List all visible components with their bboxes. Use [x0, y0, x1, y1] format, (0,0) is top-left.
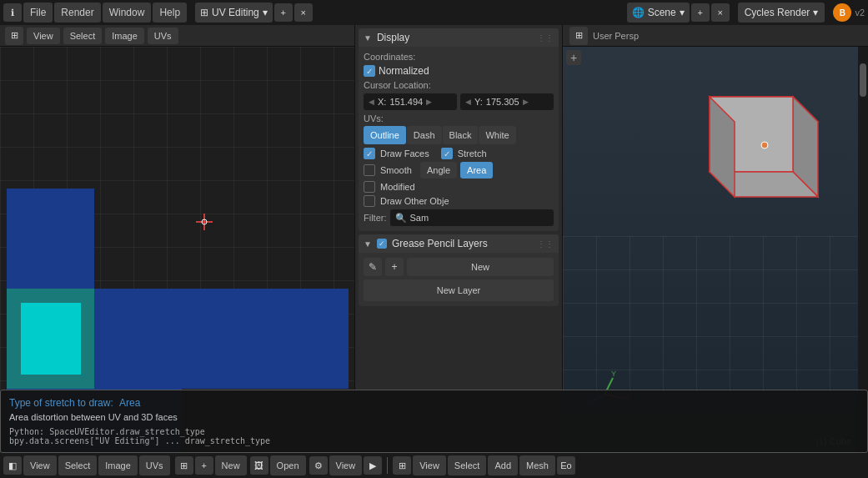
window-menu[interactable]: Window	[103, 3, 152, 23]
tooltip-title: Type of stretch to draw: Area	[355, 397, 562, 409]
bottom-view-btn[interactable]: View	[23, 455, 57, 475]
draw-faces-label: Draw Faces	[380, 148, 429, 158]
close-area-icon[interactable]: ×	[294, 3, 313, 22]
file-menu[interactable]: File	[23, 3, 53, 23]
info-icon[interactable]: ℹ	[3, 3, 22, 22]
bottom-vp-select-btn[interactable]: Select	[448, 455, 487, 475]
uv-image-menu[interactable]: Image	[105, 28, 144, 44]
plus-area-icon[interactable]: +	[274, 3, 293, 22]
draw-faces-checkbox[interactable]: ✓	[364, 148, 375, 159]
bottom-settings-icon[interactable]: ⚙	[309, 456, 328, 475]
bottom-editor-icon[interactable]: ◧	[3, 456, 22, 475]
display-section-header[interactable]: ▼ Display ⋮⋮	[359, 28, 559, 47]
render-engine-label: Cycles Render	[745, 7, 810, 18]
tooltip-box: Type of stretch to draw: Area Area disto…	[355, 390, 562, 453]
modified-checkbox[interactable]	[364, 181, 375, 193]
uv-select-menu[interactable]: Select	[63, 28, 103, 44]
main-layout: ⊞ View Select Image UVs	[0, 25, 868, 453]
gp-new-layer-btn[interactable]: New Layer	[364, 279, 554, 301]
bottom-arrow-icon[interactable]: ▶	[364, 456, 382, 475]
bottom-right-section: ⊞ View Select Add Mesh Eo	[393, 455, 575, 475]
scene-label: Scene	[648, 7, 676, 18]
bottom-view-section: ⚙ View ▶	[309, 455, 383, 475]
area-btn[interactable]: Area	[460, 162, 493, 179]
gp-drag-icon: ⋮⋮	[537, 239, 554, 249]
cursor-location-row: Cursor Location:	[364, 80, 554, 90]
bottom-view2-btn[interactable]: View	[329, 455, 363, 475]
smooth-row: Smooth Angle Area	[364, 162, 554, 179]
bottom-image-btn[interactable]: Image	[98, 455, 138, 475]
drag-icon: ⋮⋮	[537, 33, 554, 43]
normalized-checkbox[interactable]: ✓	[364, 65, 375, 77]
bottom-vp-view-btn[interactable]: View	[413, 455, 446, 475]
uv-square-mid-right	[182, 289, 269, 389]
coordinates-label: Coordinates:	[364, 52, 430, 62]
uv-square-mid-left-inner	[21, 303, 81, 375]
tab-outline[interactable]: Outline	[364, 126, 406, 144]
bottom-uvs-btn[interactable]: UVs	[139, 455, 170, 475]
viewport-header: ⊞ User Persp	[563, 25, 868, 47]
bottom-bar: ◧ View Select Image UVs ⊞ + New 🖼 Open ⚙…	[0, 453, 868, 478]
gp-add-btn[interactable]: +	[385, 258, 404, 276]
chevron-icon: ▾	[263, 7, 268, 18]
grease-pencil-header[interactable]: ▼ ✓ Grease Pencil Layers ⋮⋮	[359, 234, 559, 253]
gp-collapse-icon: ▼	[364, 239, 372, 249]
close-scene-icon[interactable]: ×	[711, 3, 730, 22]
draw-other-checkbox[interactable]	[364, 195, 375, 207]
uv-uvs-menu[interactable]: UVs	[148, 28, 178, 44]
tab-white[interactable]: White	[479, 126, 515, 144]
bottom-open-icon[interactable]: 🖼	[250, 456, 268, 475]
filter-value: Sam	[410, 213, 429, 223]
gp-new-btn[interactable]: New	[407, 258, 554, 276]
tab-black[interactable]: Black	[443, 126, 479, 144]
bottom-vp-mesh-btn[interactable]: Mesh	[519, 455, 555, 475]
props-scroll[interactable]: ▼ Display ⋮⋮ Coordinates: ✓ Normalized	[355, 25, 562, 453]
tab-dash[interactable]: Dash	[407, 126, 442, 144]
y-right-arrow: ▶	[523, 98, 529, 106]
modified-label: Modified	[380, 182, 415, 192]
x-field[interactable]: ◀ X: 151.494 ▶	[364, 93, 457, 110]
filter-icon: 🔍	[395, 213, 407, 224]
stretch-checkbox[interactable]: ✓	[441, 148, 453, 159]
scene-selector[interactable]: 🌐 Scene ▾	[627, 3, 690, 23]
bottom-vp-end-icon[interactable]: Eo	[557, 456, 575, 475]
gp-enable-checkbox[interactable]: ✓	[377, 239, 387, 249]
scrollbar-thumb	[860, 63, 866, 97]
smooth-checkbox[interactable]	[364, 164, 375, 176]
gp-pencil-btn[interactable]: ✎	[364, 258, 382, 276]
uv-square-top-left	[7, 189, 94, 289]
y-field[interactable]: ◀ Y: 175.305 ▶	[460, 93, 554, 110]
collapse-icon: ▼	[364, 33, 372, 43]
tooltip-python-code: Python: SpaceUVEditor.draw_stretch_type	[355, 427, 562, 436]
help-menu[interactable]: Help	[153, 3, 187, 23]
plus-scene-icon[interactable]: +	[691, 3, 710, 22]
bottom-new-btn[interactable]: New	[215, 455, 247, 475]
stretch-label: Stretch	[458, 148, 487, 158]
viewport-plus-icon[interactable]: +	[566, 50, 581, 65]
modified-row: Modified	[364, 181, 554, 193]
uv-editor-type-icon[interactable]: ⊞	[5, 27, 23, 45]
bottom-plus-icon[interactable]: +	[195, 456, 213, 475]
viewport-type-icon[interactable]: ⊞	[569, 27, 588, 45]
render-engine-selector[interactable]: Cycles Render ▾	[738, 3, 825, 23]
uv-view-menu[interactable]: View	[27, 28, 60, 44]
bottom-open-btn[interactable]: Open	[270, 455, 306, 475]
draw-other-row: Draw Other Obje	[364, 195, 554, 207]
top-bar: ℹ File Render Window Help ⊞ UV Editing ▾…	[0, 0, 868, 25]
bottom-vp-icon[interactable]: ⊞	[393, 456, 411, 475]
uv-header: ⊞ View Select Image UVs	[0, 25, 354, 47]
filter-label: Filter:	[364, 213, 387, 223]
blender-logo: B	[833, 3, 851, 22]
editor-type-selector[interactable]: ⊞ UV Editing ▾	[195, 3, 273, 23]
display-section-content: Coordinates: ✓ Normalized Cursor Locatio…	[359, 47, 559, 231]
filter-field[interactable]: 🔍 Sam	[390, 209, 554, 226]
bottom-grid-icon[interactable]: ⊞	[175, 456, 193, 475]
bottom-vp-add-btn[interactable]: Add	[488, 455, 518, 475]
section-title: Display	[377, 32, 409, 43]
bottom-select-btn[interactable]: Select	[58, 455, 98, 475]
tooltip-python-path: bpy.data.screens["UV Editing"] ... draw_…	[355, 436, 562, 445]
angle-btn[interactable]: Angle	[420, 162, 457, 179]
render-menu[interactable]: Render	[54, 3, 100, 23]
y-left-arrow: ◀	[465, 98, 471, 106]
normalized-row: ✓ Normalized	[364, 65, 554, 77]
